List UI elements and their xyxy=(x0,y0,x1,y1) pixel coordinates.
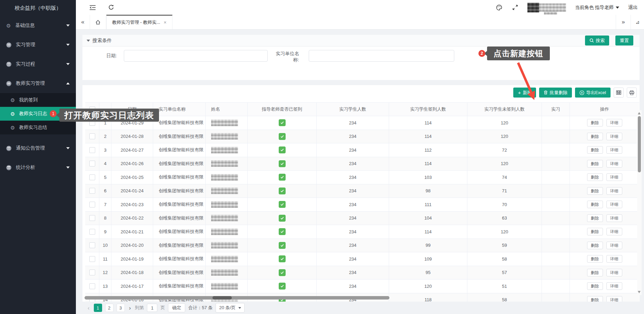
delete-button[interactable]: 删除 xyxy=(587,255,603,263)
row-checkbox[interactable] xyxy=(89,161,95,166)
delete-button[interactable]: 删除 xyxy=(587,242,603,249)
delete-button[interactable]: 删除 xyxy=(587,282,603,290)
page-button-1[interactable]: 1 xyxy=(94,304,102,312)
row-truncated-cell xyxy=(542,143,569,157)
goto-confirm-button[interactable]: 确定 xyxy=(168,303,185,312)
row-actions: 删除 详细 xyxy=(569,239,639,252)
scroll-up-arrow-icon[interactable] xyxy=(638,112,641,114)
row-checkbox[interactable] xyxy=(89,283,95,289)
current-role-dropdown[interactable]: 当前角色 指导老师 xyxy=(575,4,619,11)
vertical-scrollbar[interactable] xyxy=(637,110,642,295)
fullscreen-icon[interactable] xyxy=(512,4,518,11)
reset-button[interactable]: 重置 xyxy=(615,36,633,45)
sidebar-item-my-checkin[interactable]: ⚙ 我的签到 xyxy=(0,93,76,107)
column-settings-button[interactable] xyxy=(614,88,624,98)
horizontal-scrollbar-thumb[interactable] xyxy=(85,296,389,300)
detail-button[interactable]: 详细 xyxy=(606,214,622,222)
scroll-down-arrow-icon[interactable] xyxy=(638,291,641,293)
horizontal-scrollbar[interactable] xyxy=(85,296,635,300)
row-checkbox[interactable] xyxy=(89,133,95,139)
delete-button[interactable]: 删除 xyxy=(587,160,603,168)
delete-button[interactable]: 删除 xyxy=(587,214,603,222)
collapse-menu-icon[interactable] xyxy=(89,4,96,11)
detail-button[interactable]: 详细 xyxy=(606,201,622,208)
detail-button[interactable]: 详细 xyxy=(606,133,622,140)
sidebar-item-internship-process[interactable]: 实习过程 xyxy=(0,54,76,74)
detail-button[interactable]: 详细 xyxy=(606,228,622,235)
page-button-2[interactable]: 2 xyxy=(105,304,113,312)
next-page-button[interactable]: › xyxy=(128,305,132,311)
row-company: 创维集团智能科技有限 xyxy=(153,198,206,211)
sidebar-item-statistics[interactable]: 统计分析 xyxy=(0,158,76,177)
col-company: 实习单位名称 xyxy=(153,103,206,116)
company-input[interactable] xyxy=(309,50,454,62)
user-avatar-blurred[interactable] xyxy=(527,3,566,12)
detail-button[interactable]: 详细 xyxy=(606,187,622,195)
row-checkbox[interactable] xyxy=(89,256,95,262)
detail-button[interactable]: 详细 xyxy=(606,173,622,181)
row-checkbox[interactable] xyxy=(89,147,95,153)
row-checkbox[interactable] xyxy=(89,270,95,275)
goto-page-input[interactable] xyxy=(147,304,157,312)
row-company: 创维集团智能科技有限 xyxy=(153,266,206,280)
delete-button[interactable]: 删除 xyxy=(587,133,603,140)
row-company: 创维集团智能科技有限 xyxy=(153,171,206,184)
row-checkbox[interactable] xyxy=(89,215,95,221)
sidebar-item-internship-mgmt[interactable]: 实习管理 xyxy=(0,35,76,54)
batch-delete-button[interactable]: 批量删除 xyxy=(539,88,572,98)
row-checkbox[interactable] xyxy=(89,202,95,207)
sidebar-item-notice-mgmt[interactable]: 通知公告管理 xyxy=(0,139,76,158)
row-checkbox[interactable] xyxy=(89,188,95,194)
circle-list-icon xyxy=(6,42,11,48)
row-student-total: 234 xyxy=(317,212,389,225)
detail-button[interactable]: 详细 xyxy=(606,282,622,290)
sidebar-item-teacher-internship-mgmt[interactable]: 教师实习管理 xyxy=(0,74,76,93)
home-tab-icon[interactable] xyxy=(90,15,106,29)
theme-palette-icon[interactable] xyxy=(496,4,503,11)
detail-button[interactable]: 详细 xyxy=(606,255,622,263)
search-button[interactable]: 搜索 xyxy=(585,36,609,45)
row-checkbox[interactable] xyxy=(89,174,95,180)
row-actions: 删除 详细 xyxy=(569,252,639,266)
row-student-signed: 114 xyxy=(389,225,467,239)
refresh-icon[interactable] xyxy=(108,4,115,11)
tab-teacher-internship-log[interactable]: 教师实习管理 - 教师实... × xyxy=(106,15,172,29)
tabs-scroll-right-button[interactable]: » xyxy=(616,15,631,29)
row-checkbox[interactable] xyxy=(89,242,95,248)
tabs-menu-button[interactable]: ⊿︎ xyxy=(631,15,644,29)
delete-button[interactable]: 删除 xyxy=(587,119,603,126)
detail-button[interactable]: 详细 xyxy=(606,269,622,276)
delete-button[interactable]: 删除 xyxy=(587,201,603,208)
prev-page-button[interactable]: ‹ xyxy=(87,305,91,311)
delete-button[interactable]: 删除 xyxy=(587,146,603,154)
print-button[interactable] xyxy=(627,88,637,98)
export-excel-button[interactable]: 导出Excel xyxy=(575,88,611,98)
table-row: 2 2024-01-28 创维集团智能科技有限 234 114 120 删除 详… xyxy=(85,130,639,144)
chevron-down-icon xyxy=(66,44,70,46)
page-button-3[interactable]: 3 xyxy=(117,304,125,312)
sidebar-item-label: 统计分析 xyxy=(16,164,35,171)
detail-button[interactable]: 详细 xyxy=(606,160,622,168)
row-truncated-cell xyxy=(542,266,569,280)
page-size-select[interactable]: 20 条/页 xyxy=(216,303,245,313)
delete-button[interactable]: 删除 xyxy=(587,228,603,235)
horizontal-scrollbar-thumb-segment[interactable] xyxy=(212,296,232,300)
detail-button[interactable]: 详细 xyxy=(606,119,622,126)
delete-button[interactable]: 删除 xyxy=(587,173,603,181)
row-checkbox[interactable] xyxy=(89,229,95,235)
search-panel-toggle[interactable]: 搜索条件 xyxy=(87,38,112,44)
sidebar-item-teacher-internship-summary[interactable]: ⚙ 教师实习总结 xyxy=(0,121,76,134)
date-input[interactable] xyxy=(124,50,268,62)
close-icon[interactable]: × xyxy=(164,20,166,25)
logout-button[interactable]: 退出 xyxy=(628,4,638,11)
detail-button[interactable]: 详细 xyxy=(606,242,622,249)
sidebar-item-basic-info[interactable]: ⚙ 基础信息 xyxy=(0,16,76,35)
vertical-scrollbar-thumb[interactable] xyxy=(638,116,641,172)
detail-button[interactable]: 详细 xyxy=(606,146,622,154)
search-panel: 搜索条件 搜索 重置 日期: 实习单位名称: xyxy=(82,35,640,80)
delete-button[interactable]: 删除 xyxy=(587,269,603,276)
delete-button[interactable]: 删除 xyxy=(587,187,603,195)
sidebar-item-label: 教师实习日志 xyxy=(19,111,47,117)
row-date: 2024-01-26 xyxy=(111,157,153,171)
tabs-scroll-left-button[interactable]: « xyxy=(76,15,90,29)
